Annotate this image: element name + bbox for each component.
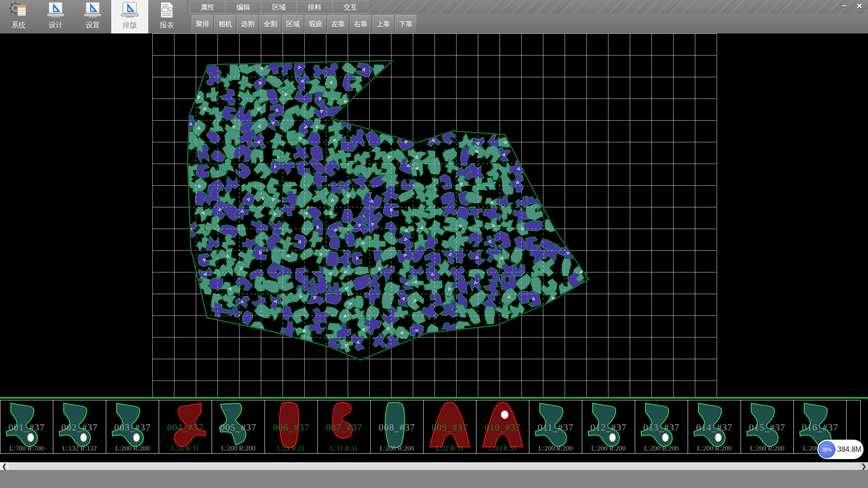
part-lr-count-label: L:31 R:31 [159,445,212,452]
part-lr-count-label: L:200 R:200 [688,445,741,452]
nav-item-3[interactable]: 设置 [74,0,111,33]
part-name-label: 014_#37 [688,422,741,433]
part-lr-count-label: L:700 R:700 [0,445,53,452]
part-lr-count-label: L:200 R:200 [212,445,264,452]
part-name-label: 012_#37 [582,422,635,433]
part-name-label: 009_#37 [424,422,476,433]
horizontal-scrollbar[interactable]: ❮ ❯ [0,462,868,470]
parts-cells: 001_#37L:700 R:700002_#37L:132 R:132003_… [0,400,860,454]
part-name-label: 013_#37 [635,422,688,433]
punch-hole [28,434,33,442]
part-thumbnail-013_#37[interactable]: 013_#37L:200 R:200 [635,400,688,454]
system-gear-icon [9,1,28,19]
menu-tab-5[interactable]: 交互 [332,1,368,14]
part-thumbnail-004_#37[interactable]: 004_#37L:31 R:31 [159,400,212,454]
part-thumbnail-005_#37[interactable]: 005_#37L:200 R:200 [212,400,265,454]
part-thumbnail-014_#37[interactable]: 014_#37L:200 R:200 [688,400,741,454]
nesting-ruler-icon [119,1,140,19]
part-thumbnail-015_#37[interactable]: 015_#37L:200 R:200 [741,400,794,454]
nav-item-label: 设置 [85,21,100,30]
punch-hole [609,434,615,442]
status-badge: 38% 384.8M [817,440,863,459]
part-lr-count-label: L:21 R:21 [265,445,317,452]
part-name-label: 006_#37 [265,422,317,433]
report-icon [158,1,176,20]
tool-button-9[interactable]: 上靠 [373,15,394,33]
punch-hole [80,434,86,442]
part-name-label: 004_#37 [159,422,212,433]
report-icon [158,1,176,19]
tool-button-6[interactable]: 瑕疵 [305,15,326,33]
part-thumbnail-009_#37[interactable]: 009_#37L:32 R:31 [423,400,476,454]
window-controls: − ✕ [837,1,866,11]
toolbar: 系统设计设置排版报表 属性编辑区域排料交互 聚排相机选割全割区域瑕疵左靠右靠上靠… [0,0,868,33]
part-name-label: 007_#37 [318,422,370,433]
part-thumbnail-008_#37[interactable]: 008_#37L:200 R:200 [370,400,424,454]
tool-button-5[interactable]: 区域 [282,15,304,33]
scroll-right-icon[interactable]: ❯ [859,462,868,470]
part-lr-count-label: L:31 R:31 [318,445,370,452]
nav-item-label: 报表 [160,21,174,30]
part-name-label: 016_#37 [794,422,846,433]
tool-button-10[interactable]: 下靠 [395,15,417,33]
footer-filler [0,470,868,488]
nav-item-2[interactable]: 设计 [37,0,74,33]
part-thumbnail-007_#37[interactable]: 007_#37L:31 R:31 [317,400,371,454]
memory-usage-label: 384.8M [835,446,863,454]
part-name-label: 008_#37 [371,422,423,433]
menu-tab-1[interactable]: 属性 [189,1,226,14]
part-thumbnail-001_#37[interactable]: 001_#37L:700 R:700 [0,400,53,454]
menu-tab-2[interactable]: 编辑 [225,1,261,14]
nav-item-label: 系统 [11,21,26,30]
punch-hole [133,434,139,442]
part-name-label: 005_#37 [212,422,264,433]
tool-button-3[interactable]: 选割 [237,15,259,33]
part-lr-count-label: L:200 R:200 [529,445,582,452]
tool-button-1[interactable]: 聚排 [192,15,213,33]
settings-ruler-icon [82,1,103,20]
nesting-ruler-icon [119,1,140,20]
punch-hole [715,434,721,442]
tool-button-8[interactable]: 右靠 [350,15,372,33]
part-lr-count-label: L:200 R:200 [635,445,688,452]
part-name-label: 002_#37 [53,422,106,433]
tool-button-7[interactable]: 左靠 [327,15,349,33]
app-window: 系统设计设置排版报表 属性编辑区域排料交互 聚排相机选割全割区域瑕疵左靠右靠上靠… [0,0,868,488]
part-thumbnail-012_#37[interactable]: 012_#37L:200 R:200 [582,400,635,454]
scroll-left-icon[interactable]: ❮ [0,462,9,470]
nav-item-1[interactable]: 系统 [0,0,37,33]
strip-divider-line [0,397,868,399]
part-thumbnail-006_#37[interactable]: 006_#37L:21 R:21 [264,400,318,454]
part-thumbnail-003_#37[interactable]: 003_#37L:200 R:200 [106,400,159,454]
part-thumbnail-002_#37[interactable]: 002_#37L:132 R:132 [53,400,106,454]
part-lr-count-label: L:200 R:200 [106,445,159,452]
part-name-label: 010_#37 [476,422,529,433]
punch-hole [501,411,508,419]
design-ruler-icon [45,1,66,20]
tool-button-4[interactable]: 全割 [259,15,281,33]
system-gear-icon [9,1,28,20]
close-button[interactable]: ✕ [853,1,866,11]
part-lr-count-label: L:132 R:132 [53,445,106,452]
main-nav: 系统设计设置排版报表 [0,0,186,33]
part-name-label: 003_#37 [106,422,159,433]
part-name-label: 001_#37 [0,422,53,433]
nav-item-label: 设计 [48,21,63,30]
nav-item-label: 排版 [123,21,137,30]
minimize-button[interactable]: − [837,1,851,11]
menu-tab-4[interactable]: 排料 [297,1,333,14]
menu-tab-row: 属性编辑区域排料交互 [190,1,368,13]
part-lr-count-label: L:200 R:200 [741,445,793,452]
design-ruler-icon [45,1,66,19]
tool-button-2[interactable]: 相机 [214,15,236,33]
menu-tab-3[interactable]: 区域 [261,1,297,14]
part-thumbnail-010_#37[interactable]: 010_#37L:33 R:33 [476,400,529,454]
part-thumbnail-011_#37[interactable]: 011_#37L:200 R:200 [529,400,582,454]
tool-button-row: 聚排相机选割全割区域瑕疵左靠右靠上靠下靠 [192,15,418,33]
nav-item-5[interactable]: 报表 [148,0,185,33]
part-lr-count-label: L:200 R:200 [582,445,635,452]
punch-hole [662,434,668,442]
nav-item-4[interactable]: 排版 [111,0,148,33]
scrollbar-thumb[interactable] [9,462,859,470]
part-lr-count-label: L:200 R:200 [371,445,423,452]
